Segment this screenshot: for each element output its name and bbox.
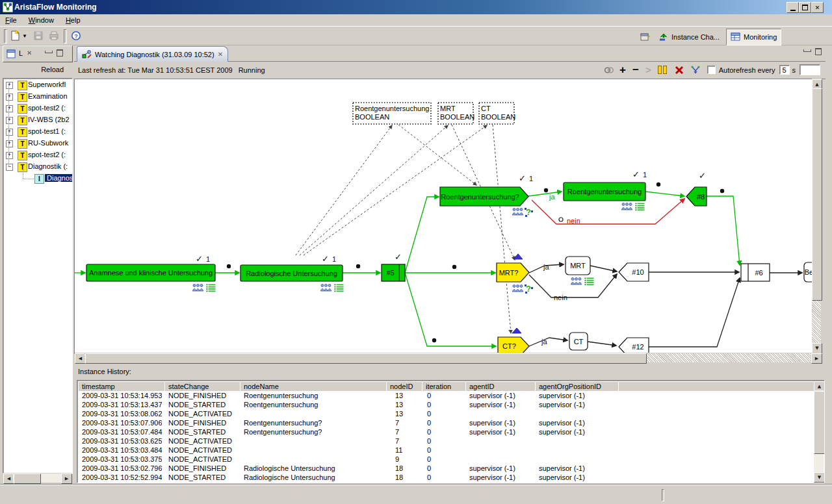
process-template-icon[interactable] bbox=[604, 65, 614, 75]
agent-assignment-icons bbox=[571, 278, 593, 286]
cell-agentOrgPositionID: supervisor (-1) bbox=[539, 427, 616, 436]
table-vscrollbar: ▲ ▼ bbox=[814, 381, 824, 481]
history-row[interactable]: 2009-03-31 10:53:03.625NODE_ACTIVATED70 bbox=[78, 436, 814, 446]
scroll-down-icon[interactable]: ▼ bbox=[814, 472, 825, 483]
minimize-editor-icon[interactable] bbox=[803, 49, 811, 52]
expand-icon[interactable]: + bbox=[6, 129, 13, 136]
history-row[interactable]: 2009-03-31 10:53:13.437NODE_STARTEDRoent… bbox=[78, 400, 814, 409]
scroll-right-icon[interactable]: ▶ bbox=[61, 473, 72, 484]
new-wizard-button[interactable]: ▼ bbox=[9, 29, 29, 43]
pause-button[interactable] bbox=[658, 66, 667, 74]
cell-nodeID: 11 bbox=[395, 446, 424, 455]
editor-tab[interactable]: Watching Diagnostik (31.03.09 10:52) ✕ bbox=[77, 46, 228, 62]
history-row[interactable]: 2009-03-31 10:53:07.484NODE_STARTEDRoent… bbox=[78, 427, 814, 436]
close-view-icon[interactable]: ✕ bbox=[27, 49, 32, 57]
expand-icon[interactable]: + bbox=[6, 117, 13, 124]
save-icon bbox=[33, 31, 44, 41]
maximize-editor-icon[interactable] bbox=[815, 48, 822, 55]
check-icon: ✓ bbox=[519, 173, 526, 183]
window-title: AristaFlow Monitoring bbox=[14, 3, 97, 12]
help-button[interactable]: ? bbox=[69, 29, 83, 43]
expand-icon[interactable]: + bbox=[6, 94, 13, 101]
print-icon bbox=[49, 31, 59, 41]
tree-item[interactable]: +Tspot-test2 (: bbox=[3, 103, 72, 114]
left-view-tab-label[interactable]: L bbox=[19, 49, 23, 57]
cell-timestamp: 2009-03-31 10:53:07.484 bbox=[82, 427, 162, 436]
tree-item[interactable]: +TIV-WBS (2b2 bbox=[3, 114, 72, 126]
history-row[interactable]: 2009-03-31 10:53:02.796NODE_FINISHEDRadi… bbox=[78, 464, 814, 473]
edge-marker-dot bbox=[720, 189, 724, 193]
history-row[interactable]: 2009-03-31 10:53:03.484NODE_ACTIVATED110 bbox=[78, 446, 814, 455]
scroll-thumb[interactable] bbox=[85, 353, 647, 364]
tree-item[interactable]: +TExamination bbox=[3, 91, 72, 103]
menu-window[interactable]: Window bbox=[23, 16, 59, 25]
iteration-count: 1 bbox=[206, 255, 210, 263]
history-row[interactable]: 2009-03-31 10:53:08.062NODE_ACTIVATED130 bbox=[78, 409, 814, 418]
tree-item-label: RU-Subwork bbox=[28, 139, 68, 147]
tree-item[interactable]: IDiagnost bbox=[3, 173, 72, 184]
tree-item[interactable]: +TRU-Subwork bbox=[3, 138, 72, 149]
control-edge-black bbox=[649, 278, 740, 347]
scroll-thumb[interactable] bbox=[812, 88, 822, 301]
abort-button[interactable] bbox=[675, 66, 684, 75]
cell-agentID: supervisor (-1) bbox=[469, 464, 532, 473]
expand-icon[interactable]: + bbox=[6, 152, 13, 159]
restore-button[interactable] bbox=[799, 2, 811, 13]
expand-icon[interactable]: + bbox=[6, 105, 13, 112]
tree-item[interactable]: +TSuperworkfl bbox=[3, 79, 72, 91]
minimize-button[interactable] bbox=[786, 2, 799, 13]
minimize-view-icon[interactable] bbox=[45, 51, 53, 53]
menu-help[interactable]: Help bbox=[60, 16, 86, 25]
cell-nodeID: 13 bbox=[395, 391, 424, 400]
data-flow-edge bbox=[296, 125, 392, 255]
resume-button[interactable]: > bbox=[645, 64, 651, 75]
print-button[interactable] bbox=[47, 29, 61, 43]
scroll-thumb[interactable] bbox=[14, 473, 41, 484]
data-flow-edge bbox=[493, 125, 511, 333]
history-row[interactable]: 2009-03-31 10:53:03.375NODE_ACTIVATED90 bbox=[78, 455, 814, 464]
menu-file[interactable]: File bbox=[0, 16, 22, 25]
reload-button[interactable]: Reload bbox=[41, 66, 64, 73]
scroll-down-icon[interactable]: ▼ bbox=[812, 343, 822, 353]
node-label: #8 bbox=[697, 193, 705, 201]
maximize-view-icon[interactable] bbox=[57, 49, 63, 57]
save-button[interactable] bbox=[31, 29, 46, 43]
expand-icon[interactable]: + bbox=[6, 82, 13, 89]
tree-item[interactable]: +Tspot-test1 (: bbox=[3, 126, 72, 138]
cell-nodeID: 18 bbox=[395, 473, 424, 482]
tree-guide-line bbox=[23, 179, 34, 179]
cell-stateChange: NODE_FINISHED bbox=[168, 464, 237, 473]
layout-refresh-icon[interactable] bbox=[690, 65, 701, 75]
zoom-out-button[interactable]: − bbox=[632, 64, 639, 77]
node-label: #10 bbox=[632, 268, 644, 276]
history-row[interactable]: 2009-03-31 10:53:14.953NODE_FINISHEDRoen… bbox=[78, 391, 814, 400]
autorefresh-checkbox[interactable] bbox=[707, 66, 716, 74]
cell-nodeID: 13 bbox=[395, 409, 424, 418]
perspective-monitoring[interactable]: Monitoring bbox=[726, 29, 781, 45]
signal-marker-icon bbox=[514, 254, 523, 259]
collapse-icon[interactable]: − bbox=[6, 164, 13, 171]
dropdown-arrow-icon[interactable]: ▼ bbox=[22, 33, 27, 39]
application-window: AristaFlow Monitoring ✕ FileWindowHelp ▼ bbox=[0, 0, 832, 504]
signal-marker-icon bbox=[512, 328, 521, 333]
cell-iteration: 0 bbox=[427, 473, 464, 482]
tree-item[interactable]: +Tspot-test2 (: bbox=[3, 149, 72, 161]
history-row[interactable]: 2009-03-31 10:53:07.906NODE_FINISHEDRoen… bbox=[78, 418, 814, 427]
autorefresh-interval-input[interactable] bbox=[779, 65, 790, 75]
perspective-label: Instance Cha... bbox=[671, 33, 720, 41]
close-tab-icon[interactable]: ✕ bbox=[218, 51, 223, 58]
perspective-instancecha[interactable]: Instance Cha... bbox=[655, 29, 723, 45]
zoom-in-button[interactable]: + bbox=[619, 64, 626, 77]
close-button[interactable]: ✕ bbox=[811, 2, 824, 13]
expand-icon[interactable]: + bbox=[6, 140, 13, 147]
open-perspective-button[interactable] bbox=[638, 30, 653, 44]
history-row[interactable]: 2009-03-31 10:52:52.994NODE_STARTEDRadio… bbox=[78, 473, 814, 482]
scroll-thumb[interactable] bbox=[814, 391, 825, 454]
data-flow-edge bbox=[300, 125, 448, 255]
refresh-bar: Last refresh at: Tue Mar 31 10:53:51 CES… bbox=[74, 61, 826, 79]
scroll-right-icon[interactable]: ▶ bbox=[811, 353, 822, 364]
tree-item[interactable]: −TDiagnostik (: bbox=[3, 161, 72, 173]
cell-stateChange: NODE_FINISHED bbox=[168, 418, 237, 427]
cell-nodeName: Roentgenuntersuchung bbox=[244, 391, 384, 400]
template-icon: T bbox=[18, 127, 27, 137]
